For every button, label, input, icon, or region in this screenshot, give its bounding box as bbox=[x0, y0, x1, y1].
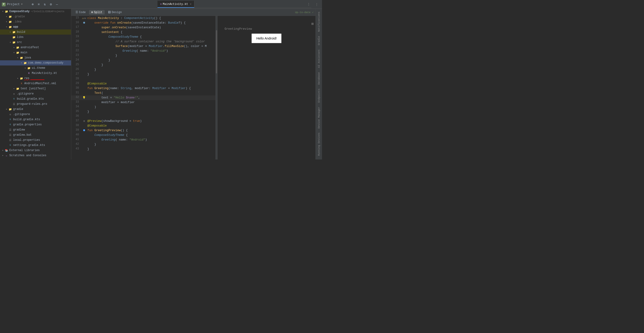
label-gradlew-bat: gradlew.bat bbox=[13, 133, 32, 137]
tree-item-composestudy[interactable]: ▾ 📁 ComposeStudy ~/IntelliJIDEAProjects bbox=[0, 9, 71, 14]
toolbar-icon-sync[interactable]: ⇅ bbox=[42, 2, 48, 7]
right-tool-gradle[interactable]: Gradle bbox=[317, 34, 321, 47]
project-sidebar[interactable]: ▾ 📁 ComposeStudy ~/IntelliJIDEAProjects … bbox=[0, 9, 71, 159]
preview-toolbar: ⊞ bbox=[218, 21, 316, 27]
tree-item-libs[interactable]: 📁 libs bbox=[0, 35, 71, 40]
tree-item-java[interactable]: ▾ 📁 java bbox=[0, 55, 71, 60]
tree-item-gitignore-app[interactable]: ⊙ .gitignore bbox=[0, 91, 71, 96]
table-row: 41 Greeting( name: "Android") bbox=[71, 138, 216, 142]
tree-item-app[interactable]: ▾ 📁 app bbox=[0, 24, 71, 30]
table-row: 31 Text( bbox=[71, 91, 216, 95]
table-row: 42 } bbox=[71, 142, 216, 147]
status-badge: Up-to-date ✓ bbox=[295, 11, 314, 14]
overflow-menu[interactable]: ⋮ bbox=[313, 3, 320, 6]
arrow-main: ▾ bbox=[12, 51, 16, 55]
toolbar-icon-minimize[interactable]: — bbox=[54, 2, 60, 7]
gutter-cell bbox=[82, 21, 86, 25]
design-mode-button[interactable]: 🖼 Design bbox=[106, 10, 124, 15]
tab-mainactivity[interactable]: K MainActivity.kt × bbox=[158, 1, 194, 8]
nav-arrows[interactable]: ∧∨ bbox=[84, 17, 86, 20]
toolbar-icon-target[interactable]: ⊕ bbox=[30, 2, 35, 7]
split-mode-button[interactable]: ⊞ Split bbox=[89, 10, 105, 15]
right-tool-notifications[interactable]: Notifications bbox=[317, 10, 321, 34]
line-number: 37 bbox=[71, 119, 82, 124]
more-tabs-button[interactable]: ⋮ bbox=[306, 2, 311, 7]
tree-item-gradlew-bat[interactable]: ☰ gradlew.bat bbox=[0, 132, 71, 138]
right-tool-database[interactable]: Database bbox=[317, 70, 321, 87]
arrow-idea: ▾ bbox=[5, 20, 8, 24]
xml-icon-manifest: X bbox=[20, 82, 23, 85]
table-row: 33 modifier = modifier bbox=[71, 100, 216, 105]
code-mode-button[interactable]: ☰ Code bbox=[73, 10, 88, 15]
right-tool-ai[interactable]: AI Assistant bbox=[317, 48, 321, 70]
table-row: 21 Surface(modifier = Modifier.fillMaxSi… bbox=[71, 44, 216, 49]
tree-item-ext-libs[interactable]: ▾ 📚 External Libraries bbox=[0, 148, 71, 153]
tree-item-gradle-hidden[interactable]: ▾ 📁 .gradle bbox=[0, 14, 71, 19]
code-panel[interactable]: 15 ⚠∧∨ class MainActivity : ComponentAct… bbox=[71, 16, 216, 159]
line-number: 20 bbox=[71, 39, 82, 44]
tree-item-gitignore-root[interactable]: ⊙ .gitignore bbox=[0, 112, 71, 117]
tree-item-proguard[interactable]: ☰ proguard-rules.pro bbox=[0, 102, 71, 107]
right-tool-device-manager[interactable]: Device Manager bbox=[317, 105, 321, 130]
tree-item-src[interactable]: ▾ 📁 src bbox=[0, 40, 71, 45]
tree-item-build[interactable]: ▾ 📁 build bbox=[0, 30, 71, 35]
gutter-cell: ⚠∧∨ bbox=[82, 16, 86, 21]
tree-item-test[interactable]: ▾ 📁 test [unitTest] bbox=[0, 86, 71, 91]
tree-item-androidtest[interactable]: ▾ 📁 androidTest bbox=[0, 45, 71, 50]
tree-item-gradle-root[interactable]: ▾ 📁 gradle bbox=[0, 107, 71, 112]
tree-item-mainactivity[interactable]: K MainActivity.kt bbox=[0, 71, 71, 76]
preview-options-icon[interactable]: ⊞ bbox=[311, 22, 314, 26]
table-row: 22 Greeting( name: "Android") bbox=[71, 49, 216, 53]
code-table: 15 ⚠∧∨ class MainActivity : ComponentAct… bbox=[71, 16, 216, 152]
code-line: class MainActivity : ComponentActivity()… bbox=[86, 16, 216, 21]
tree-item-local-props[interactable]: ☰ local.properties bbox=[0, 138, 71, 143]
gutter-cell bbox=[82, 72, 86, 77]
tree-item-uitheme[interactable]: ▾ 📁 ui.theme bbox=[0, 66, 71, 71]
tree-item-gradlew[interactable]: ☰ gradlew bbox=[0, 127, 71, 132]
gradle-icon-settings: G bbox=[8, 143, 12, 147]
arrow-res: ▾ bbox=[16, 77, 20, 80]
tree-item-manifest[interactable]: X AndroidManifest.xml bbox=[0, 81, 71, 86]
vertical-scrollbar[interactable] bbox=[216, 16, 217, 159]
tree-item-idea[interactable]: ▾ 📁 .idea bbox=[0, 19, 71, 24]
git-icon-gitignore-app: ⊙ bbox=[12, 92, 16, 96]
design-mode-label: Design bbox=[112, 11, 122, 14]
right-tool-endpoints[interactable]: Endpoints bbox=[317, 87, 321, 104]
toolbar-icon-menu[interactable]: ≡ bbox=[36, 2, 41, 7]
code-line: } bbox=[86, 147, 216, 152]
tree-item-gradle-props[interactable]: G gradle.properties bbox=[0, 122, 71, 127]
code-line: ComposeStudyTheme { bbox=[86, 35, 216, 39]
ext-lib-icon: 📚 bbox=[5, 149, 8, 152]
toolbar-icon-settings[interactable]: ⚙ bbox=[48, 2, 54, 7]
tree-item-package[interactable]: ▾ 📁 com.demo.composestudy bbox=[0, 60, 71, 66]
gear-icon[interactable]: ⚙ bbox=[84, 120, 85, 123]
gutter-cell bbox=[82, 128, 86, 133]
code-line: super.onCreate(savedInstanceState) bbox=[86, 25, 216, 30]
right-tool-running-devices[interactable]: Running Devices bbox=[317, 131, 321, 158]
tree-item-main[interactable]: ▾ 📁 main bbox=[0, 50, 71, 55]
tree-item-build-gradle-root[interactable]: G build.gradle.kts bbox=[0, 117, 71, 122]
icon-local-props: ☰ bbox=[8, 138, 12, 142]
table-row: 16 override fun onCreate(savedInstanceSt… bbox=[71, 21, 216, 25]
line-number: 21 bbox=[71, 44, 82, 49]
gutter-cell bbox=[82, 63, 86, 67]
gutter-cell bbox=[82, 124, 86, 128]
table-row: 24 } bbox=[71, 58, 216, 63]
gutter-cell bbox=[82, 100, 86, 105]
tree-item-scratches[interactable]: ▾ ✏ Scratches and Consoles bbox=[0, 153, 71, 158]
label-idea: .idea bbox=[13, 20, 22, 23]
preview-label: GreetingPreview bbox=[218, 27, 252, 31]
line-number: 27 bbox=[71, 72, 82, 77]
gutter-cell bbox=[82, 114, 86, 119]
tree-item-build-gradle-app[interactable]: G build.gradle.kts bbox=[0, 96, 71, 102]
project-dropdown-arrow[interactable]: ▼ bbox=[21, 3, 23, 6]
project-name[interactable]: Project bbox=[7, 3, 20, 6]
tree-item-res[interactable]: ▾ 📁 res bbox=[0, 76, 71, 81]
arrow-scratches: ▾ bbox=[1, 154, 5, 157]
arrow-ext-libs: ▾ bbox=[1, 149, 5, 152]
label-gitignore-root: .gitignore bbox=[13, 113, 30, 116]
code-line: } bbox=[86, 109, 216, 114]
folder-icon-composestudy: 📁 bbox=[5, 10, 8, 13]
tab-close-button[interactable]: × bbox=[190, 3, 192, 6]
tree-item-settings-gradle[interactable]: G settings.gradle.kts bbox=[0, 143, 71, 148]
